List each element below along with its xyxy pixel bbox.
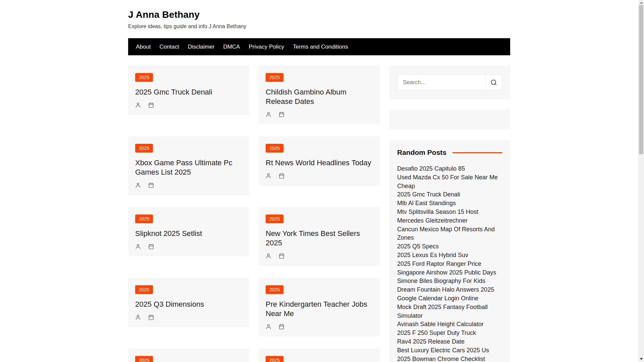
list-item: Mercedes Gleitzeitrechner — [397, 217, 502, 225]
category-badge[interactable]: 2025 — [266, 215, 283, 223]
list-item: Simone Biles Biography For Kids — [397, 277, 502, 286]
random-post-link[interactable]: Mlb Al East Standings — [397, 200, 456, 206]
post-card: 2025 New York Times Best Sellers 2025 — [259, 207, 380, 266]
post-title-link[interactable]: Slipknot 2025 Setlist — [135, 229, 242, 238]
nav-item-about[interactable]: About — [131, 38, 155, 55]
category-badge[interactable]: 2025 — [266, 285, 283, 294]
calendar-icon — [148, 314, 154, 320]
category-badge[interactable]: 2025 — [135, 73, 153, 82]
list-item: Dream Fountain Halo Answers 2025 — [397, 286, 502, 294]
nav-item-contact[interactable]: Contact — [155, 38, 183, 55]
post-title-link[interactable]: Xbox Game Pass Ultimate Pc Games List 20… — [135, 158, 242, 177]
page-container: J Anna Bethany Explore ideas, tips guide… — [128, 0, 510, 362]
post-meta — [266, 173, 373, 179]
author-icon — [135, 102, 141, 108]
post-title-link[interactable]: Rt News World Headlines Today — [266, 158, 373, 168]
list-item: Desafio 2025 Capitulo 85 — [397, 165, 502, 173]
category-badge[interactable]: 2025 — [135, 144, 153, 153]
nav-item-disclaimer[interactable]: Disclaimer — [183, 38, 219, 55]
post-title-link[interactable]: 2025 Gmc Truck Denali — [135, 87, 242, 97]
random-post-link[interactable]: Avinash Sable Height Calculator — [397, 321, 484, 327]
random-post-link[interactable]: 2025 Lexus Es Hybrid Suv — [397, 252, 468, 258]
post-card: 2025 2025 Q3 Dimensions — [128, 278, 249, 327]
author-icon — [135, 244, 141, 249]
search-input[interactable] — [397, 75, 485, 90]
list-item: 2025 Ford Raptor Ranger Price — [397, 260, 502, 268]
site-title[interactable]: J Anna Bethany — [128, 9, 510, 20]
post-card: 2025 2025 Gmc Truck Denali — [128, 66, 249, 115]
author-icon — [135, 314, 141, 320]
list-item: Mlb Al East Standings — [397, 199, 502, 208]
scrollbar-track[interactable] — [638, 0, 644, 362]
random-posts-header: Random Posts — [397, 148, 502, 157]
list-item: 2025 Bowman Chrome Checklist Beckett — [397, 355, 502, 362]
category-badge[interactable]: 2025 — [266, 356, 283, 362]
main-nav: About Contact Disclaimer DMCA Privacy Po… — [128, 38, 510, 55]
list-item: Google Calendar Login Online — [397, 294, 502, 303]
nav-item-privacy-policy[interactable]: Privacy Policy — [244, 38, 288, 55]
calendar-icon — [148, 182, 154, 188]
search-button[interactable] — [485, 75, 502, 90]
random-post-link[interactable]: Dream Fountain Halo Answers 2025 — [397, 286, 494, 293]
category-badge[interactable]: 2025 — [135, 215, 153, 223]
post-title-link[interactable]: New York Times Best Sellers 2025 — [266, 229, 373, 248]
category-badge[interactable]: 2025 — [135, 285, 153, 294]
random-post-link[interactable]: Mtv Splitsvilla Season 15 Host — [397, 208, 478, 215]
scrollbar-thumb[interactable] — [639, 5, 643, 154]
scrollbar-down-arrow-icon[interactable] — [638, 356, 644, 361]
random-post-link[interactable]: 2025 F 250 Super Duty Truck — [397, 329, 476, 336]
random-post-link[interactable]: Mercedes Gleitzeitrechner — [397, 217, 468, 224]
scrollbar-up-arrow-icon[interactable] — [638, 0, 644, 5]
random-post-link[interactable]: Rav4 2025 Release Date — [397, 338, 465, 345]
post-meta — [135, 102, 242, 108]
random-post-link[interactable]: Cancun Mexico Map Of Resorts And Zones — [397, 226, 495, 241]
nav-item-terms-and-conditions[interactable]: Terms and Conditions — [288, 38, 352, 55]
random-post-link[interactable]: Best Luxury Electric Cars 2025 Us — [397, 347, 489, 354]
random-post-link[interactable]: 2025 Bowman Chrome Checklist Beckett — [397, 356, 485, 362]
random-post-link[interactable]: Singapore Airshow 2025 Public Days — [397, 269, 496, 276]
list-item: Avinash Sable Height Calculator — [397, 320, 502, 329]
list-item: Mock Draft 2025 Fantasy Football Simulat… — [397, 303, 502, 320]
list-item: Rav4 2025 Release Date — [397, 338, 502, 346]
posts-grid: 2025 2025 Gmc Truck Denali 2025 Childish… — [128, 66, 380, 362]
category-badge[interactable]: 2025 — [266, 144, 283, 153]
site-tagline: Explore ideas, tips guide and info J Ann… — [128, 23, 510, 29]
calendar-icon — [279, 112, 284, 117]
random-posts-widget: Random Posts Desafio 2025 Capitulo 85 Us… — [389, 140, 510, 362]
search-widget — [389, 66, 510, 99]
post-title-link[interactable]: Pre Kindergarten Teacher Jobs Near Me — [266, 300, 373, 318]
random-post-link[interactable]: Used Mazda Cx 50 For Sale Near Me Cheap — [397, 174, 498, 189]
random-post-link[interactable]: Mock Draft 2025 Fantasy Football Simulat… — [397, 304, 488, 319]
empty-widget — [389, 110, 510, 129]
list-item: 2025 Q5 Specs — [397, 242, 502, 251]
post-meta — [266, 324, 373, 329]
post-title-link[interactable]: Childish Gambino Album Release Dates — [266, 87, 373, 106]
post-card: 2025 France Olympics 2025 Football — [128, 349, 249, 362]
list-item: Singapore Airshow 2025 Public Days — [397, 268, 502, 277]
calendar-icon — [279, 173, 284, 179]
list-item: Cancun Mexico Map Of Resorts And Zones — [397, 225, 502, 243]
post-meta — [266, 112, 373, 117]
sidebar: Random Posts Desafio 2025 Capitulo 85 Us… — [389, 66, 510, 362]
random-post-link[interactable]: Simone Biles Biography For Kids — [397, 278, 485, 284]
random-post-link[interactable]: Google Calendar Login Online — [397, 295, 478, 302]
list-item: Used Mazda Cx 50 For Sale Near Me Cheap — [397, 173, 502, 191]
list-item: Best Luxury Electric Cars 2025 Us — [397, 346, 502, 355]
random-post-link[interactable]: Desafio 2025 Capitulo 85 — [397, 165, 465, 172]
post-meta — [266, 253, 373, 259]
nav-item-dmca[interactable]: DMCA — [219, 38, 244, 55]
post-card: 2025 Rt News World Headlines Today — [259, 136, 380, 186]
search-box — [397, 74, 502, 90]
post-meta — [135, 182, 242, 188]
post-card: 2025 Slipknot 2025 Setlist — [128, 207, 249, 256]
random-post-link[interactable]: 2025 Gmc Truck Denali — [397, 191, 460, 198]
random-post-link[interactable]: 2025 Ford Raptor Ranger Price — [397, 260, 481, 267]
post-card: 2025 Xbox Game Pass Ultimate Pc Games Li… — [128, 136, 249, 195]
category-badge[interactable]: 2025 — [266, 73, 283, 82]
site-header: J Anna Bethany Explore ideas, tips guide… — [128, 0, 510, 29]
category-badge[interactable]: 2025 — [135, 356, 153, 362]
post-title-link[interactable]: 2025 Q3 Dimensions — [135, 300, 242, 309]
random-post-link[interactable]: 2025 Q5 Specs — [397, 243, 439, 250]
random-posts-list: Desafio 2025 Capitulo 85 Used Mazda Cx 5… — [397, 165, 502, 362]
post-card: 2025 Ferrari Sf90 Stradale Color — [259, 349, 380, 362]
